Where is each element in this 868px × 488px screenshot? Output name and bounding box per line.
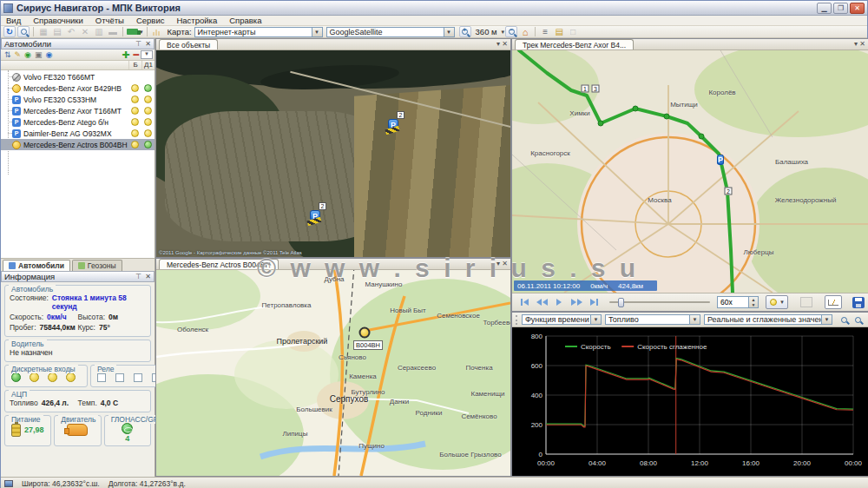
- refresh-button[interactable]: ↻: [3, 26, 16, 37]
- discrete-inputs-group: Дискретные входы: [4, 365, 88, 387]
- object-cluster[interactable]: P2: [310, 210, 320, 221]
- web-icon[interactable]: ◉: [45, 50, 52, 59]
- notes-button[interactable]: ▤: [553, 26, 565, 37]
- globe-icon[interactable]: ◉: [24, 50, 31, 59]
- minimize-button[interactable]: ▁: [817, 3, 832, 14]
- close-icon[interactable]: ✕: [145, 40, 151, 48]
- pin-icon[interactable]: ⊤: [135, 40, 141, 48]
- zoom-in-button[interactable]: [459, 26, 471, 37]
- close-icon[interactable]: ✕: [145, 273, 151, 280]
- chevron-down-icon[interactable]: ▾: [496, 40, 500, 48]
- relay-checkbox[interactable]: [97, 373, 106, 382]
- map-source-select[interactable]: Интернет-карты ▼: [194, 27, 323, 37]
- main-toolbar: ↻ ▦ ▤ ↶ ✕ ▥ ▬ ▾ Карта: Интернет-карты ▼ …: [1, 26, 867, 38]
- scale-value[interactable]: 360 м: [476, 27, 497, 36]
- track-map[interactable]: ХимкиМытищиКоролёвБалашихаЖелезнодорожны…: [512, 50, 868, 293]
- vehicle-row[interactable]: Mercedes-Benz Actros В004ВН: [1, 139, 155, 150]
- tab-vehicles[interactable]: Автомобили: [3, 260, 70, 271]
- sort-icon[interactable]: ⇅: [4, 50, 11, 59]
- close-button[interactable]: ✕: [850, 3, 865, 14]
- timeline-slider[interactable]: [609, 296, 710, 308]
- tab-track[interactable]: Трек Mercedes-Benz Axor B4...: [515, 39, 634, 49]
- vehicle-row[interactable]: Volvo FE320 Т666МТ: [1, 71, 155, 82]
- parking-marker[interactable]: P: [717, 155, 724, 165]
- photo-icon[interactable]: ▣: [35, 50, 43, 59]
- open-chart-button[interactable]: [825, 295, 842, 309]
- chart-mode-select[interactable]: Реальные и сглаженные значен▼: [704, 314, 832, 325]
- list-button[interactable]: ≡: [539, 26, 551, 37]
- chevron-down-icon[interactable]: ▾: [854, 40, 858, 48]
- vehicle-row[interactable]: PMercedes-Benz Atego б/н: [1, 116, 155, 128]
- slider-thumb[interactable]: [618, 298, 624, 307]
- undo-button[interactable]: ↶: [65, 26, 77, 37]
- menu-item-Сервис[interactable]: Сервис: [136, 16, 165, 25]
- relay-checkbox[interactable]: [134, 373, 142, 382]
- restore-button[interactable]: ❐: [833, 3, 848, 14]
- track-point-marker[interactable]: 2: [725, 188, 733, 195]
- fast-forward-button[interactable]: [568, 296, 585, 309]
- view-mode-button[interactable]: ▼: [141, 50, 153, 59]
- close-icon[interactable]: ✕: [859, 40, 865, 48]
- road-map[interactable]: ДубнаМанушкиноПетропавловкаНовый БытСеме…: [156, 270, 510, 476]
- spinner-arrows[interactable]: ▲▼: [748, 297, 758, 307]
- extra-button[interactable]: □: [567, 26, 579, 37]
- home-button[interactable]: ⌂: [519, 26, 531, 37]
- save-button[interactable]: [852, 297, 865, 308]
- menu-item-Настройка[interactable]: Настройка: [176, 16, 217, 25]
- chevron-down-icon[interactable]: ▼: [821, 315, 832, 324]
- remove-vehicle-button[interactable]: ━: [133, 49, 139, 61]
- menu-item-Вид[interactable]: Вид: [6, 16, 21, 25]
- tab-geozones[interactable]: Геозоны: [72, 260, 122, 271]
- edit-icon[interactable]: ✎: [15, 50, 22, 59]
- delete-button[interactable]: ✕: [79, 26, 91, 37]
- zoom-out-button[interactable]: [505, 26, 517, 37]
- highlight-button[interactable]: ▾: [766, 295, 788, 309]
- chevron-down-icon[interactable]: ▼: [689, 315, 700, 324]
- chart-sensor-select[interactable]: Топливо▼: [605, 314, 700, 325]
- add-vehicle-button[interactable]: ✚: [122, 49, 129, 61]
- speed-spinner[interactable]: 60x ▲▼: [717, 296, 759, 308]
- chevron-down-icon[interactable]: ▾: [502, 29, 505, 36]
- map-label: Поченка: [465, 364, 492, 372]
- menu-item-Справка[interactable]: Справка: [229, 16, 261, 25]
- rows-button[interactable]: ▬: [107, 26, 119, 37]
- map-copyright: ©2011 Google - Картографические данные ©…: [159, 250, 302, 255]
- skip-end-button[interactable]: [585, 296, 602, 309]
- chart-zoom-out-button[interactable]: [852, 314, 864, 326]
- satellite-map[interactable]: P2P2 ©2011 Google - Картографические дан…: [156, 50, 510, 257]
- rewind-button[interactable]: [533, 296, 550, 309]
- tab-all-objects[interactable]: Все объекты: [159, 39, 218, 49]
- vehicle-row[interactable]: Mercedes-Benz Axor В429НВ: [1, 82, 155, 94]
- close-icon[interactable]: ✕: [502, 260, 508, 267]
- chart-zoom-in-button[interactable]: [838, 314, 850, 326]
- relay-checkbox[interactable]: [115, 373, 124, 382]
- tab-actros-map[interactable]: Mercedes-Benz Actros В004ВН: [159, 259, 279, 269]
- vehicle-menu-button[interactable]: ▾: [127, 26, 143, 37]
- object-cluster[interactable]: P2: [388, 119, 398, 129]
- vehicle-marker[interactable]: [359, 327, 371, 339]
- chart-function-select[interactable]: Функция времени▼: [522, 314, 602, 325]
- track-point-marker[interactable]: 3: [592, 85, 600, 93]
- play-button[interactable]: [550, 296, 568, 309]
- skip-start-button[interactable]: [516, 296, 533, 309]
- extra-toggle-button[interactable]: [800, 297, 812, 307]
- chevron-down-icon[interactable]: ▼: [444, 28, 454, 36]
- pin-icon[interactable]: ⊤: [135, 273, 141, 280]
- search-button[interactable]: [17, 26, 30, 37]
- vehicle-row[interactable]: PMercedes-Benz Axor Т166МТ: [1, 105, 155, 116]
- close-icon[interactable]: ✕: [502, 40, 508, 48]
- map-layer-select[interactable]: GoogleSatellite ▼: [326, 27, 455, 37]
- chevron-down-icon[interactable]: ▼: [312, 28, 322, 36]
- grid-button[interactable]: ▤: [51, 26, 63, 37]
- vehicle-row[interactable]: PVolvo FE320 С533НМ: [1, 94, 155, 105]
- chevron-down-icon[interactable]: ▾: [496, 260, 500, 267]
- menu-item-Отчёты[interactable]: Отчёты: [95, 16, 124, 25]
- track-point-marker[interactable]: 1: [582, 85, 589, 93]
- table-button[interactable]: ▦: [37, 26, 49, 37]
- vehicle-row[interactable]: PDaimler-Benz AG О932МХ: [1, 128, 155, 139]
- columns-button[interactable]: ▥: [93, 26, 105, 37]
- menu-item-Справочники[interactable]: Справочники: [33, 16, 83, 25]
- chevron-down-icon[interactable]: ▼: [590, 315, 601, 324]
- fuel-chart[interactable]: 020040060080000:0004:0008:0012:0016:0020…: [512, 327, 868, 476]
- report-chart-button[interactable]: [151, 26, 163, 37]
